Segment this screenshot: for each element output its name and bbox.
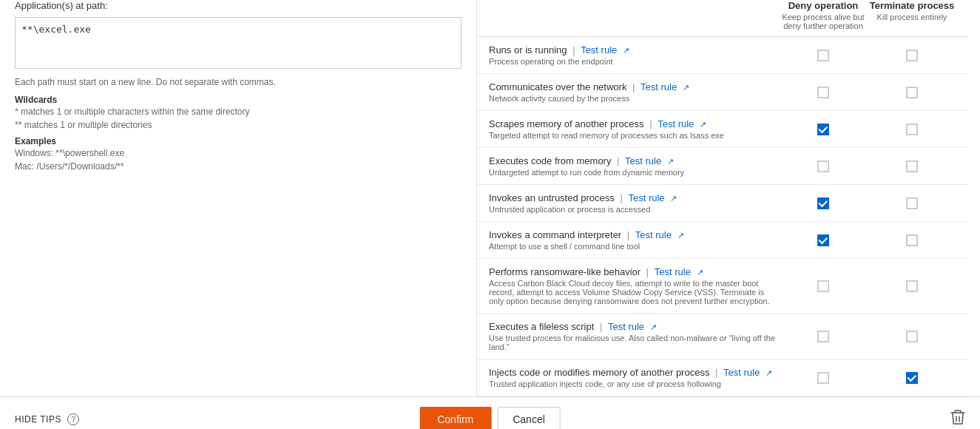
rule-name-text-executes-code-memory: Executes code from memory	[489, 155, 611, 166]
deny-checkbox-ransomware[interactable]	[817, 280, 829, 292]
test-rule-link-invokes-command-interpreter[interactable]: Test rule	[635, 229, 672, 240]
terminate-checkbox-cell-injects-code	[868, 372, 956, 384]
help-icon[interactable]: ?	[67, 413, 79, 425]
terminate-checkbox-cell-invokes-untrusted	[868, 197, 956, 209]
test-rule-link-ransomware[interactable]: Test rule	[655, 266, 691, 277]
header-deny: Deny operation Keep process alive but de…	[779, 0, 868, 30]
deny-checkbox-injects-code[interactable]	[817, 372, 829, 384]
cancel-button[interactable]: Cancel	[497, 407, 561, 430]
test-rule-link-executes-code-memory[interactable]: Test rule	[625, 155, 661, 166]
terminate-checkbox-invokes-untrusted[interactable]	[906, 197, 918, 209]
rule-info-executes-code-memory: Executes code from memory | Test rule ↗ …	[489, 155, 779, 177]
test-rule-link-injects-code[interactable]: Test rule	[723, 367, 760, 378]
rule-info-runs-or-running: Runs or is running | Test rule ↗ Process…	[489, 44, 779, 66]
test-rule-link-communicates-network[interactable]: Test rule	[641, 81, 677, 92]
deny-checkbox-invokes-untrusted[interactable]	[817, 197, 829, 209]
terminate-checkbox-runs-or-running[interactable]	[906, 50, 918, 61]
test-rule-link-fileless-script[interactable]: Test rule	[608, 321, 644, 332]
rule-info-fileless-script: Executes a fileless script | Test rule ↗…	[489, 321, 779, 351]
rules-container: Runs or is running | Test rule ↗ Process…	[477, 37, 968, 396]
terminate-checkbox-invokes-command-interpreter[interactable]	[906, 234, 918, 246]
rule-name-scrapes-memory: Scrapes memory of another process | Test…	[489, 118, 779, 129]
rule-desc-executes-code-memory: Untargeted attempt to run code from dyna…	[489, 168, 779, 177]
rule-row: Scrapes memory of another process | Test…	[477, 111, 968, 148]
footer-left: HIDE TIPS ?	[15, 413, 79, 425]
rules-header: Deny operation Keep process alive but de…	[477, 0, 968, 37]
terminate-checkbox-cell-executes-code-memory	[868, 161, 956, 172]
rule-name-runs-or-running: Runs or is running | Test rule ↗	[489, 44, 779, 55]
rule-row: Communicates over the network | Test rul…	[477, 74, 968, 111]
terminate-checkbox-executes-code-memory[interactable]	[906, 161, 918, 172]
rule-row: Invokes an untrusted process | Test rule…	[477, 185, 968, 222]
rule-row: Executes a fileless script | Test rule ↗…	[477, 314, 968, 359]
rule-desc-invokes-command-interpreter: Attempt to use a shell / command line to…	[489, 242, 779, 251]
deny-checkbox-fileless-script[interactable]	[817, 331, 829, 342]
hide-tips-button[interactable]: HIDE TIPS	[15, 414, 61, 425]
terminate-checkbox-fileless-script[interactable]	[906, 331, 918, 342]
rule-info-communicates-network: Communicates over the network | Test rul…	[489, 81, 779, 103]
footer: HIDE TIPS ? Confirm Cancel	[0, 396, 980, 429]
deny-checkbox-cell-communicates-network	[779, 87, 868, 98]
rule-desc-injects-code: Trusted application injects code, or any…	[489, 379, 779, 388]
confirm-button[interactable]: Confirm	[419, 407, 491, 430]
rule-row: Executes code from memory | Test rule ↗ …	[477, 148, 968, 185]
terminate-checkbox-cell-scrapes-memory	[868, 124, 956, 135]
rule-info-invokes-command-interpreter: Invokes a command interpreter | Test rul…	[489, 229, 779, 251]
rule-name-text-invokes-command-interpreter: Invokes a command interpreter	[489, 229, 621, 240]
test-rule-link-runs-or-running[interactable]: Test rule	[581, 44, 617, 55]
section-label: Application(s) at path:	[15, 0, 462, 11]
test-rule-link-scrapes-memory[interactable]: Test rule	[658, 118, 694, 129]
external-link-icon-ransomware: ↗	[697, 268, 703, 277]
right-panel: Deny operation Keep process alive but de…	[477, 0, 980, 396]
deny-checkbox-cell-fileless-script	[779, 331, 868, 342]
deny-checkbox-scrapes-memory[interactable]	[817, 124, 829, 135]
terminate-checkbox-cell-invokes-command-interpreter	[868, 234, 956, 246]
deny-title: Deny operation	[779, 0, 868, 11]
rule-desc-scrapes-memory: Targeted attempt to read memory of proce…	[489, 131, 779, 140]
rule-info-ransomware: Performs ransomware-like behavior | Test…	[489, 266, 779, 305]
deny-subtitle: Keep process alive but deny further oper…	[779, 13, 868, 30]
rule-separator-ransomware: |	[646, 266, 652, 277]
terminate-checkbox-ransomware[interactable]	[906, 280, 918, 292]
terminate-checkbox-injects-code[interactable]	[906, 372, 918, 384]
test-rule-link-invokes-untrusted[interactable]: Test rule	[628, 192, 664, 203]
path-textarea[interactable]: **\excel.exe	[15, 17, 462, 69]
rule-separator-scrapes-memory: |	[649, 118, 655, 129]
deny-checkbox-invokes-command-interpreter[interactable]	[817, 234, 829, 246]
rule-separator-injects-code: |	[715, 367, 720, 378]
deny-checkbox-cell-injects-code	[779, 372, 868, 384]
terminate-checkbox-scrapes-memory[interactable]	[906, 124, 918, 135]
rule-name-text-invokes-untrusted: Invokes an untrusted process	[489, 192, 615, 203]
external-link-icon-invokes-command-interpreter: ↗	[677, 231, 684, 240]
rule-row: Runs or is running | Test rule ↗ Process…	[477, 37, 968, 74]
deny-checkbox-cell-invokes-untrusted	[779, 197, 868, 209]
deny-checkbox-cell-runs-or-running	[779, 50, 868, 61]
trash-icon[interactable]	[950, 409, 965, 429]
rule-name-text-communicates-network: Communicates over the network	[489, 81, 626, 92]
terminate-subtitle: Kill process entirely	[868, 13, 956, 21]
rule-name-ransomware: Performs ransomware-like behavior | Test…	[489, 266, 779, 277]
rule-separator-invokes-command-interpreter: |	[627, 229, 632, 240]
terminate-checkbox-cell-ransomware	[868, 280, 956, 292]
rule-desc-ransomware: Access Carbon Black Cloud decoy files, a…	[489, 279, 779, 305]
wildcards-title: Wildcards	[15, 95, 462, 105]
rule-desc-communicates-network: Network activity caused by the process	[489, 94, 779, 103]
rule-info-invokes-untrusted: Invokes an untrusted process | Test rule…	[489, 192, 779, 214]
deny-checkbox-communicates-network[interactable]	[817, 87, 829, 98]
rule-name-invokes-command-interpreter: Invokes a command interpreter | Test rul…	[489, 229, 779, 240]
rule-name-text-injects-code: Injects code or modifies memory of anoth…	[489, 367, 709, 378]
rule-name-text-scrapes-memory: Scrapes memory of another process	[489, 118, 644, 129]
rule-separator-runs-or-running: |	[572, 44, 578, 55]
external-link-icon-scrapes-memory: ↗	[700, 120, 706, 129]
deny-checkbox-runs-or-running[interactable]	[817, 50, 829, 61]
deny-checkbox-executes-code-memory[interactable]	[817, 161, 829, 172]
terminate-checkbox-communicates-network[interactable]	[906, 87, 918, 98]
rule-name-text-runs-or-running: Runs or is running	[489, 44, 567, 55]
terminate-checkbox-cell-runs-or-running	[868, 50, 956, 61]
external-link-icon-communicates-network: ↗	[683, 83, 689, 92]
terminate-checkbox-cell-fileless-script	[868, 331, 956, 342]
external-link-icon-runs-or-running: ↗	[623, 46, 629, 55]
rule-separator-communicates-network: |	[632, 81, 638, 92]
external-link-icon-executes-code-memory: ↗	[667, 157, 674, 166]
external-link-icon-fileless-script: ↗	[650, 322, 657, 331]
